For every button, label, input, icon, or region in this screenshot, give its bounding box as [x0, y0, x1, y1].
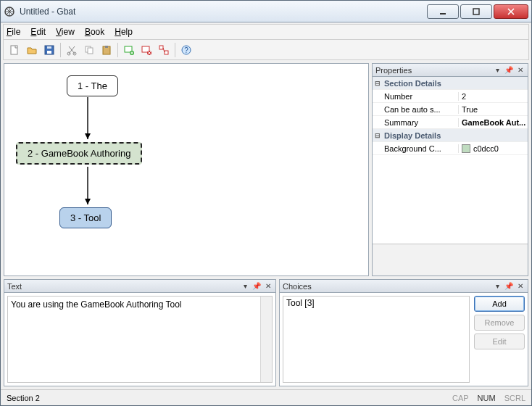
close-icon[interactable]: ✕ [516, 282, 525, 291]
choices-header[interactable]: Choices ▾ 📌 ✕ [280, 280, 528, 293]
paste-icon[interactable] [99, 42, 115, 58]
dropdown-icon[interactable]: ▾ [241, 282, 249, 291]
svg-rect-2 [473, 9, 479, 14]
svg-rect-1 [440, 13, 446, 14]
svg-text:?: ? [184, 46, 188, 54]
node-1[interactable]: 1 - The [67, 75, 118, 96]
svg-rect-5 [47, 51, 51, 54]
edit-button[interactable]: Edit [474, 334, 525, 349]
svg-rect-17 [159, 46, 163, 49]
content-area: 1 - The 2 - GameBook Authoring 3 - Tool … [4, 63, 528, 386]
cut-icon[interactable] [64, 42, 80, 58]
app-icon [4, 6, 15, 17]
pin-icon[interactable]: 📌 [504, 66, 513, 75]
prop-summary[interactable]: SummaryGameBook Aut... [373, 116, 528, 129]
pin-icon[interactable]: 📌 [504, 282, 513, 291]
add-button[interactable]: Add [474, 296, 525, 312]
color-swatch [462, 144, 470, 153]
save-icon[interactable] [41, 42, 57, 58]
node-2-selected[interactable]: 2 - GameBook Authoring [16, 142, 142, 165]
text-panel: Text ▾ 📌 ✕ You are using the GameBook Au… [4, 279, 276, 386]
category-display-details[interactable]: ⊟Display Details [373, 129, 528, 142]
status-num: NUM [478, 394, 496, 402]
maximize-button[interactable] [460, 4, 492, 19]
svg-rect-10 [88, 48, 93, 54]
toolbar-separator [60, 43, 61, 57]
menu-help[interactable]: Help [115, 27, 133, 37]
menu-view[interactable]: View [56, 27, 75, 37]
prop-background-color[interactable]: Background C...c0dcc0 [373, 142, 528, 155]
link-icon[interactable] [156, 42, 172, 58]
prop-number[interactable]: Number2 [373, 90, 528, 103]
choices-panel: Choices ▾ 📌 ✕ Tool [3] Add Remove Edit [279, 279, 528, 386]
close-icon[interactable]: ✕ [264, 282, 273, 291]
properties-header[interactable]: Properties ▾ 📌 ✕ [373, 64, 528, 77]
menu-book[interactable]: Book [85, 27, 104, 37]
close-icon[interactable]: ✕ [516, 66, 525, 75]
prop-can-be-auto[interactable]: Can be auto s...True [373, 103, 528, 116]
svg-rect-6 [47, 46, 51, 49]
canvas-panel: 1 - The 2 - GameBook Authoring 3 - Tool [4, 63, 369, 276]
app-window: Untitled - Gbat File Edit View Book Help… [0, 0, 532, 406]
svg-rect-12 [105, 46, 108, 48]
connectors [4, 64, 368, 276]
status-cap: CAP [452, 394, 469, 402]
menu-edit[interactable]: Edit [30, 27, 46, 37]
toolbar-separator [117, 43, 118, 57]
menubar: File Edit View Book Help [3, 24, 529, 40]
open-file-icon[interactable] [24, 42, 40, 58]
menu-file[interactable]: File [7, 27, 20, 37]
text-header[interactable]: Text ▾ 📌 ✕ [4, 280, 275, 293]
category-section-details[interactable]: ⊟Section Details [373, 77, 528, 90]
status-scrl: SCRL [504, 394, 525, 402]
text-editor[interactable]: You are using the GameBook Authoring Too… [7, 296, 273, 383]
scrollbar[interactable] [260, 297, 272, 382]
add-section-icon[interactable] [121, 42, 137, 58]
property-description [373, 244, 528, 276]
window-title: Untitled - Gbat [20, 7, 425, 17]
properties-panel: Properties ▾ 📌 ✕ ⊟Section Details Number… [372, 63, 528, 276]
minimize-button[interactable] [427, 4, 459, 19]
node-3[interactable]: 3 - Tool [59, 207, 112, 228]
close-button[interactable] [494, 4, 528, 19]
remove-button[interactable]: Remove [474, 315, 525, 331]
pin-icon[interactable]: 📌 [252, 282, 261, 291]
toolbar-separator [175, 43, 175, 57]
diagram-canvas[interactable]: 1 - The 2 - GameBook Authoring 3 - Tool [4, 64, 368, 276]
titlebar: Untitled - Gbat [1, 1, 531, 22]
dropdown-icon[interactable]: ▾ [493, 66, 502, 75]
new-file-icon[interactable] [7, 42, 22, 58]
toolbar: ? [3, 40, 529, 60]
property-grid[interactable]: ⊟Section Details Number2 Can be auto s..… [373, 77, 528, 242]
statusbar: Section 2 CAP NUM SCRL [1, 389, 531, 405]
choice-item[interactable]: Tool [3] [286, 298, 466, 308]
svg-rect-3 [11, 46, 17, 54]
status-text: Section 2 [7, 394, 40, 402]
svg-rect-18 [165, 51, 168, 54]
dropdown-icon[interactable]: ▾ [493, 282, 502, 291]
copy-icon[interactable] [81, 42, 97, 58]
help-icon[interactable]: ? [178, 42, 194, 58]
choices-list[interactable]: Tool [3] [283, 296, 470, 383]
remove-section-icon[interactable] [138, 42, 154, 58]
